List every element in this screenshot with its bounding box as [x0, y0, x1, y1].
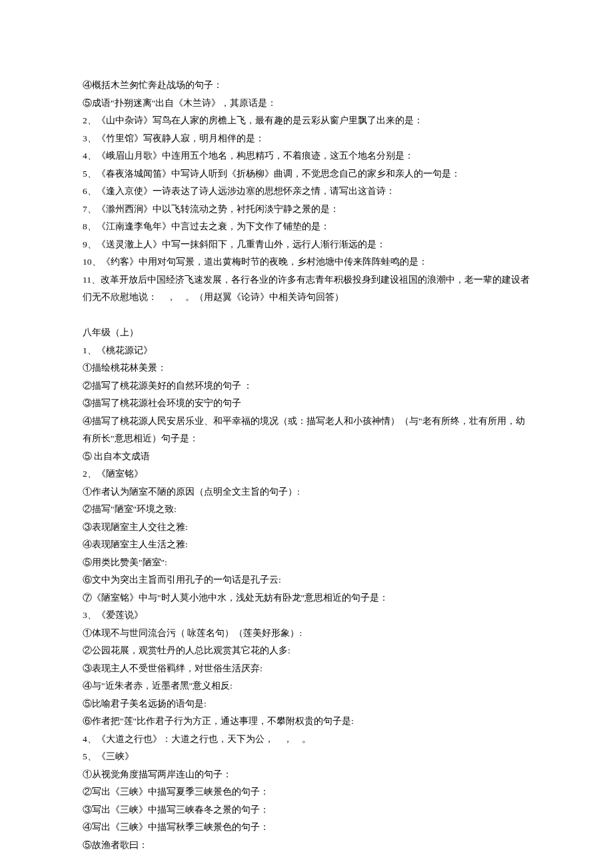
text-line: ⑦《陋室铭》中与"时人莫小池中水，浅处无妨有卧龙"意思相近的句子是：	[83, 589, 530, 607]
text-line: ②公园花展，观赏牡丹的人总比观赏其它花的人多:	[83, 642, 530, 660]
text-line: ①作者认为陋室不陋的原因（点明全文主旨的句子）:	[83, 483, 530, 501]
text-line: ⑤成语"扑朔迷离"出自《木兰诗》，其原话是：	[83, 95, 530, 113]
text-line: ①体现不与世同流合污（ 咏莲名句）（莲美好形象）:	[83, 625, 530, 643]
text-line: 1、《桃花源记》	[83, 342, 530, 360]
text-line: ④描写了桃花源人民安居乐业、和平幸福的境况（或：描写老人和小孩神情）（与"老有所…	[83, 413, 530, 448]
text-line: 6、《逢入京使》一诗表达了诗人远涉边塞的思想怀亲之情，请写出这首诗：	[83, 183, 530, 201]
text-line: ③写出《三峡》中描写三峡春冬之景的句子：	[83, 801, 530, 819]
text-line: 4、《峨眉山月歌》中连用五个地名，构思精巧，不着痕迹，这五个地名分别是：	[83, 147, 530, 165]
text-line: ⑤用类比赞美"陋室":	[83, 554, 530, 572]
text-line: ③表现主人不受世俗羁绊，对世俗生活厌弃:	[83, 660, 530, 678]
text-line: 10、《约客》中用对句写景，道出黄梅时节的夜晚，乡村池塘中传来阵阵蛙鸣的是：	[83, 253, 530, 271]
text-line: 3、《竹里馆》写夜静人寂，明月相伴的是：	[83, 130, 530, 148]
text-line: ①描绘桃花林美景：	[83, 359, 530, 377]
text-line: 2、《山中杂诗》写鸟在人家的房檐上飞，最有趣的是云彩从窗户里飘了出来的是：	[83, 112, 530, 130]
text-line: ②描写"陋室"环境之致:	[83, 501, 530, 519]
text-line: ④概括木兰匆忙奔赴战场的句子：	[83, 77, 530, 95]
text-line: 3、《爱莲说》	[83, 607, 530, 625]
text-line: ②写出《三峡》中描写夏季三峡景色的句子：	[83, 783, 530, 801]
text-line: 9、《送灵澈上人》中写一抹斜阳下，几重青山外，远行人渐行渐远的是：	[83, 236, 530, 254]
text-line: ①从视觉角度描写两岸连山的句子：	[83, 766, 530, 784]
text-line: ③描写了桃花源社会环境的安宁的句子	[83, 395, 530, 413]
text-line: 5、《三峡》	[83, 748, 530, 766]
text-line: 8、《江南逢李龟年》中言过去之衰，为下文作了铺垫的是：	[83, 218, 530, 236]
text-line: 11、改革开放后中国经济飞速发展，各行各业的许多有志青年积极投身到建设祖国的浪潮…	[83, 271, 530, 307]
text-line: ⑤故渔者歌曰：	[83, 837, 530, 855]
blank-line	[83, 307, 530, 325]
text-line: 5、《春夜洛城闻笛》中写诗人听到《折杨柳》曲调，不觉思念自己的家乡和亲人的一句是…	[83, 165, 530, 183]
text-line: ④表现陋室主人生活之雅:	[83, 536, 530, 554]
text-line: ②描写了桃花源美好的自然环境的句子 ：	[83, 377, 530, 395]
text-line: 4、《大道之行也》：大道之行也，天下为公， ， 。	[83, 731, 530, 749]
text-line: ⑥文中为突出主旨而引用孔子的一句话是孔子云:	[83, 571, 530, 589]
text-line: ④写出《三峡》中描写秋季三峡景色的句子：	[83, 819, 530, 837]
section-title: 八年级（上）	[83, 324, 530, 342]
text-line: ④与"近朱者赤，近墨者黑"意义相反:	[83, 677, 530, 695]
document-page: ④概括木兰匆忙奔赴战场的句子： ⑤成语"扑朔迷离"出自《木兰诗》，其原话是： 2…	[0, 0, 613, 868]
text-line: 2、《陋室铭》	[83, 465, 530, 483]
text-line: ③表现陋室主人交往之雅:	[83, 519, 530, 537]
text-line: ⑥作者把"莲"比作君子行为方正，通达事理，不攀附权贵的句子是:	[83, 713, 530, 731]
text-line: 7、《滁州西涧》中以飞转流动之势，衬托闲淡宁静之景的是：	[83, 201, 530, 219]
text-line: ⑤比喻君子美名远扬的语句是:	[83, 695, 530, 713]
text-line: ⑤ 出自本文成语	[83, 448, 530, 466]
